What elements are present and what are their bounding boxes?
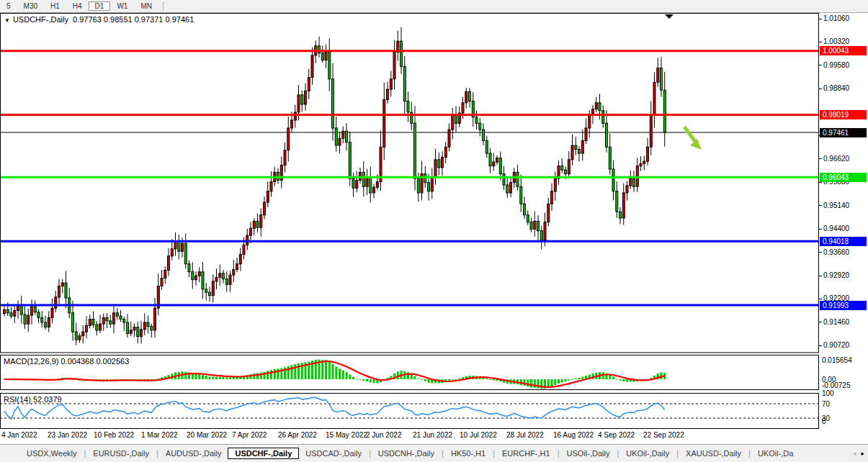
price-chart-canvas[interactable] <box>0 13 819 353</box>
date-axis: 4 Jan 202223 Jan 202210 Feb 20221 Mar 20… <box>0 429 868 445</box>
tab-scroll-left-icon[interactable]: ◂ <box>853 450 856 457</box>
tab-eurchf-h1[interactable]: EURCHF-,H1 <box>496 448 557 459</box>
rsi-label: RSI(14) 52.0379 <box>4 395 62 404</box>
price-tick-mark <box>819 89 822 89</box>
chart-dropdown-icon[interactable]: ▼ <box>4 17 10 24</box>
tab-audusd-daily[interactable]: AUDUSD-,Daily <box>159 448 228 459</box>
price-tick-mark <box>819 322 822 322</box>
price-tick-mark <box>819 182 822 183</box>
toolbar-divider <box>163 1 164 11</box>
tab-xauusd-daily[interactable]: XAUUSD-,Daily <box>679 448 748 459</box>
chart-header: ▼USDCHF-,Daily 0.97763 0.98551 0.97371 0… <box>4 15 194 24</box>
date-axis-label: 10 Jul 2022 <box>460 431 497 439</box>
timeframe-button-mn[interactable]: MN <box>134 1 158 11</box>
price-level-badge: 0.91993 <box>820 301 867 310</box>
chart-shift-marker-icon <box>665 14 674 19</box>
tab-ukoil-daily[interactable]: UKOil-,Daily <box>619 448 676 459</box>
date-axis-label: 15 May 2022 <box>326 431 367 439</box>
price-tick-label: 0.94400 <box>823 225 849 232</box>
tab-usdx-weekly[interactable]: USDX,Weekly <box>20 448 83 459</box>
timeframe-button-h4[interactable]: H4 <box>66 1 89 11</box>
price-tick-label: 0.98840 <box>823 84 849 92</box>
price-level-badge: 1.00043 <box>820 46 867 55</box>
macd-scale-label: -0.00725 <box>822 381 850 389</box>
down-arrow-annotation[interactable] <box>684 127 702 150</box>
price-tick-label: 0.96620 <box>823 155 849 163</box>
price-tick-label: 0.95140 <box>823 201 849 209</box>
chart-tab-bar: USDX,Weekly|EURUSD-,Daily|AUDUSD-,DailyU… <box>0 445 868 462</box>
price-tick-mark <box>819 345 822 346</box>
date-axis-label: 7 Apr 2022 <box>232 431 267 439</box>
date-axis-label: 20 Mar 2022 <box>187 431 227 439</box>
date-axis-label: 1 Mar 2022 <box>141 431 178 439</box>
price-tick-label: 0.99580 <box>823 61 849 69</box>
date-axis-label: 28 Jul 2022 <box>506 431 544 439</box>
timeframe-toolbar: 5M30H1H4D1W1MN <box>0 0 868 13</box>
date-axis-label: 22 Sep 2022 <box>643 431 684 439</box>
date-axis-label: 4 Sep 2022 <box>598 431 635 439</box>
price-tick-mark <box>819 65 822 65</box>
price-tick-mark <box>819 276 822 276</box>
rsi-scale-label: 0 <box>822 417 826 425</box>
price-tick-mark <box>819 229 822 230</box>
tab-scroll-right-icon[interactable]: ▸ <box>861 450 864 457</box>
date-axis-label: 4 Jan 2022 <box>1 431 37 439</box>
price-tick-mark <box>819 299 822 299</box>
price-tick-mark <box>819 252 822 253</box>
tab-usoil-daily[interactable]: USOil-,Daily <box>560 448 617 459</box>
chart-ohlc-values: 0.97763 0.98551 0.97371 0.97461 <box>73 15 194 24</box>
date-axis-label: 10 Feb 2022 <box>94 431 134 439</box>
price-level-badge: 0.96043 <box>820 173 867 182</box>
price-tick-label: 0.91460 <box>823 318 849 326</box>
rsi-indicator-canvas[interactable] <box>0 393 819 429</box>
date-axis-label: 23 Jan 2022 <box>48 431 87 439</box>
price-tick-mark <box>819 19 822 19</box>
price-tick-mark <box>819 205 822 206</box>
timeframe-button-5[interactable]: 5 <box>0 1 17 11</box>
tab-usdcnh-daily[interactable]: USDCNH-,Daily <box>372 448 441 459</box>
price-level-badge: 0.98019 <box>820 110 867 119</box>
chart-symbol-label: USDCHF-,Daily <box>13 15 68 24</box>
price-tick-label: 0.92920 <box>823 271 849 279</box>
timeframe-button-m30[interactable]: M30 <box>17 1 44 11</box>
price-tick-label: 0.93660 <box>823 248 849 256</box>
macd-scale-label: 0.015654 <box>822 356 852 364</box>
tab-usdcad-daily[interactable]: USDCAD-,Daily <box>299 448 368 459</box>
rsi-scale-label: 100 <box>822 389 834 397</box>
tab-hk50-h1[interactable]: HK50-,H1 <box>444 448 492 459</box>
trading-platform-window: 5M30H1H4D1W1MN ▼USDCHF-,Daily 0.97763 0.… <box>0 0 868 462</box>
rsi-scale-label: 70 <box>822 400 830 408</box>
candlestick-series <box>4 27 666 345</box>
macd-label: MACD(12,26,9) 0.004368 0.002563 <box>4 357 129 366</box>
timeframe-button-w1[interactable]: W1 <box>110 1 134 11</box>
price-tick-label: 0.90720 <box>823 341 849 349</box>
date-axis-label: 21 Jun 2022 <box>413 431 452 439</box>
price-level-badge: 0.94018 <box>820 237 867 246</box>
tab-usdchf-daily[interactable]: USDCHF-,Daily <box>228 448 299 459</box>
tab-scroll-arrows: ◂▸ <box>853 450 864 457</box>
tab-eurusd-daily[interactable]: EURUSD-,Daily <box>86 448 156 459</box>
date-axis-label: 26 Apr 2022 <box>278 431 317 439</box>
price-tick-label: 1.01060 <box>823 14 849 22</box>
timeframe-button-d1[interactable]: D1 <box>89 1 111 11</box>
date-axis-label: 16 Aug 2022 <box>553 431 594 439</box>
timeframe-button-h1[interactable]: H1 <box>44 1 66 11</box>
price-tick-mark <box>819 42 822 42</box>
price-tick-mark <box>819 158 822 159</box>
tab-ukoil-da[interactable]: UKOil-,Da <box>751 448 800 459</box>
rsi-line <box>4 397 665 419</box>
price-level-badge: 0.97461 <box>820 128 867 137</box>
price-tick-label: 1.00320 <box>823 37 849 45</box>
date-axis-label: 2 Jun 2022 <box>366 431 402 439</box>
